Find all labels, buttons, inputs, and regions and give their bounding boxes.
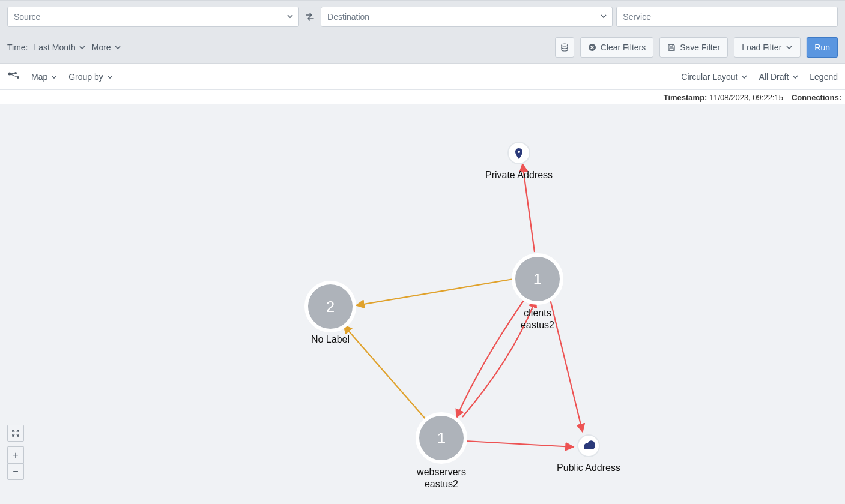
timestamp-value: 11/08/2023, 09:22:15 (709, 93, 783, 102)
destination-placeholder: Destination (327, 12, 369, 22)
map-controls: + − (7, 425, 24, 480)
action-bar: Time: Last Month More Clear Filters Save… (0, 31, 845, 64)
connections-label: Connections: (792, 93, 841, 102)
edge-clients-webservers[interactable] (456, 297, 526, 418)
run-button[interactable]: Run (807, 37, 838, 58)
edge-clients-public[interactable] (550, 297, 583, 432)
plus-icon: + (13, 450, 18, 461)
chevron-down-icon (114, 44, 121, 51)
chevron-down-icon (286, 12, 294, 22)
save-icon (667, 43, 676, 52)
save-filter-button[interactable]: Save Filter (659, 37, 728, 58)
view-bar: Map Group by Circular Layout All Draft L… (0, 64, 845, 90)
svg-rect-2 (670, 44, 673, 46)
svg-text:No Label: No Label (311, 334, 350, 344)
node-nolabel[interactable]: 2 No Label (306, 283, 354, 344)
edge-webservers-public[interactable] (465, 441, 574, 447)
svg-text:2: 2 (326, 298, 335, 316)
database-button[interactable] (555, 37, 574, 58)
chevron-down-icon (106, 73, 114, 80)
graph-canvas[interactable]: 2 No Label 1 clients eastus2 1 webserver… (0, 104, 845, 504)
chevron-down-icon (79, 44, 86, 51)
draft-dropdown[interactable]: All Draft (759, 72, 799, 82)
zoom-out-button[interactable]: − (7, 463, 24, 480)
chevron-down-icon (741, 73, 748, 80)
database-icon (560, 43, 569, 52)
svg-text:Private Address: Private Address (485, 170, 553, 180)
zoom-in-button[interactable]: + (7, 446, 24, 463)
timestamp-label: Timestamp: (664, 93, 707, 102)
minus-icon: − (13, 466, 18, 477)
status-strip: Timestamp: 11/08/2023, 09:22:15 Connecti… (0, 90, 845, 104)
node-public-address[interactable]: Public Address (557, 435, 620, 473)
svg-text:eastus2: eastus2 (425, 479, 458, 489)
fullscreen-icon (11, 429, 20, 437)
time-value[interactable]: Last Month (34, 43, 85, 52)
node-private-address[interactable]: Private Address (485, 142, 553, 180)
graph-icon (7, 71, 20, 83)
more-dropdown[interactable]: More (92, 43, 121, 52)
svg-rect-3 (670, 48, 673, 50)
edge-clients-nolabel[interactable] (356, 279, 513, 305)
svg-text:eastus2: eastus2 (521, 320, 554, 330)
fullscreen-button[interactable] (7, 425, 24, 442)
source-placeholder: Source (14, 12, 40, 22)
clear-filters-button[interactable]: Clear Filters (580, 37, 653, 58)
chevron-down-icon (792, 73, 799, 80)
graph-svg: 2 No Label 1 clients eastus2 1 webserver… (0, 104, 845, 504)
source-select[interactable]: Source (7, 7, 299, 27)
map-dropdown[interactable]: Map (31, 72, 58, 82)
swap-icon (304, 11, 315, 22)
layout-dropdown[interactable]: Circular Layout (681, 72, 748, 82)
svg-text:clients: clients (524, 308, 551, 318)
load-filter-dropdown[interactable]: Load Filter (734, 37, 801, 58)
svg-text:webservers: webservers (416, 467, 466, 477)
chevron-down-icon (50, 73, 58, 80)
edge-webservers-nolabel[interactable] (344, 325, 426, 420)
svg-text:1: 1 (533, 270, 542, 288)
chevron-down-icon (600, 12, 607, 22)
service-placeholder: Service (623, 12, 651, 22)
swap-button[interactable] (303, 10, 317, 24)
svg-text:Public Address: Public Address (557, 463, 620, 473)
chevron-down-icon (786, 44, 793, 51)
node-webservers[interactable]: 1 webservers eastus2 (416, 414, 466, 489)
svg-text:1: 1 (437, 429, 446, 447)
time-label: Time: (7, 43, 28, 52)
service-select[interactable]: Service (616, 7, 838, 27)
filter-bar: Source Destination Service (0, 0, 845, 32)
groupby-dropdown[interactable]: Group by (68, 72, 114, 82)
legend-link[interactable]: Legend (810, 72, 838, 82)
svg-point-19 (518, 151, 520, 153)
clear-icon (588, 43, 596, 52)
svg-point-0 (562, 44, 568, 46)
destination-select[interactable]: Destination (321, 7, 613, 27)
